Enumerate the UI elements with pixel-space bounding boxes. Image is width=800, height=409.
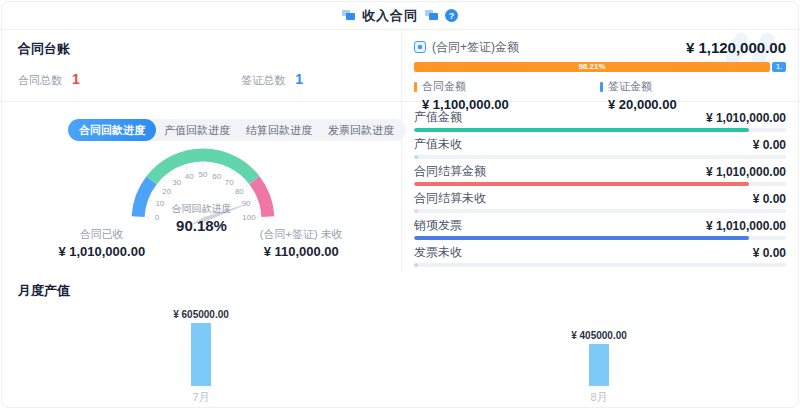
metric-value: ¥ 1,010,000.00 <box>706 165 786 179</box>
metric-value: ¥ 0.00 <box>753 138 786 152</box>
page-title: 收入合同 <box>362 7 418 25</box>
metric-value: ¥ 0.00 <box>753 246 786 260</box>
metric-value: ¥ 0.00 <box>753 192 786 206</box>
visa-total-stat: 签证总数 1 <box>241 71 303 88</box>
bar-group: ¥ 405000.008月 <box>539 330 659 408</box>
total-amount-panel: (合同+签证)金额 ¥ 1,120,000.00 98.21%1. 合同金额¥ … <box>402 30 798 102</box>
metric-bar-track <box>414 209 786 213</box>
overlap-squares-icon-front <box>346 13 355 20</box>
metric-bar-fill <box>414 236 749 240</box>
legend-value: ¥ 1,100,000.00 <box>422 97 600 112</box>
metric-bar-fill <box>414 182 749 186</box>
visa-total-label: 签证总数 <box>241 73 285 88</box>
received-label: 合同已收 <box>2 227 202 242</box>
metric-bar-track <box>414 263 786 267</box>
gauge-tick-label: 20 <box>162 187 171 196</box>
left-column: 合同台账 合同总数 1 签证总数 1 合同回款进度产值回款进度结算回款进度发票回… <box>2 30 402 272</box>
gauge-tick <box>219 166 220 169</box>
metric-label: 合同结算未收 <box>414 190 486 207</box>
monthly-output-panel: 月度产值 ¥ 605000.007月¥ 405000.008月 <box>2 272 798 408</box>
right-column: (合同+签证)金额 ¥ 1,120,000.00 98.21%1. 合同金额¥ … <box>402 30 798 272</box>
legend-swatch <box>600 82 603 92</box>
bar-data-label: ¥ 605000.00 <box>173 309 229 320</box>
ledger-title: 合同台账 <box>18 40 385 58</box>
legend-value: ¥ 20,000.00 <box>608 97 786 112</box>
amount-header: (合同+签证)金额 ¥ 1,120,000.00 <box>414 38 786 56</box>
metric-label: 合同结算金额 <box>414 163 486 180</box>
contract-ledger-panel: 合同台账 合同总数 1 签证总数 1 <box>2 30 401 102</box>
unreceived-value: ¥ 110,000.00 <box>202 244 402 259</box>
contract-total-value: 1 <box>72 71 80 87</box>
gauge-tick-label: 80 <box>235 187 244 196</box>
gauge-tick <box>186 166 187 169</box>
monthly-title: 月度产值 <box>18 282 782 300</box>
monthly-bar-chart: ¥ 605000.007月¥ 405000.008月 <box>2 302 798 408</box>
bar-category-label: 7月 <box>192 386 209 408</box>
amount-stacked-bar: 98.21%1. <box>414 62 786 72</box>
amount-bar-segment-1: 98.21% <box>414 62 770 72</box>
metric-row: 产值金额¥ 1,010,000.00 <box>414 109 786 132</box>
contract-total-label: 合同总数 <box>18 73 62 88</box>
metric-bar-track <box>414 155 786 159</box>
metric-row: 产值未收¥ 0.00 <box>414 136 786 159</box>
metric-row: 发票未收¥ 0.00 <box>414 244 786 267</box>
help-icon[interactable]: ? <box>445 9 458 22</box>
metric-bar-fill <box>414 263 418 267</box>
gauge-tick <box>170 173 172 175</box>
bar-data-label: ¥ 405000.00 <box>571 330 627 341</box>
overlap-squares-icon <box>342 10 355 21</box>
metric-label: 销项发票 <box>414 217 462 234</box>
amount-legend: 合同金额¥ 1,100,000.00签证金额¥ 20,000.00 <box>414 79 786 112</box>
received-value: ¥ 1,010,000.00 <box>2 244 202 259</box>
legend-item: 合同金额¥ 1,100,000.00 <box>414 79 600 112</box>
gauge-tick-label: 70 <box>225 178 234 187</box>
gauge-title: 合同回款进度 <box>2 202 401 216</box>
main-area: 合同台账 合同总数 1 签证总数 1 合同回款进度产值回款进度结算回款进度发票回… <box>2 30 798 272</box>
metric-label: 产值未收 <box>414 136 462 153</box>
gauge-tick <box>246 185 248 187</box>
visa-total-value: 1 <box>295 71 303 87</box>
metric-label: 发票未收 <box>414 244 462 261</box>
metric-bar-track <box>414 236 786 240</box>
bar-group: ¥ 605000.007月 <box>141 309 261 408</box>
metric-value: ¥ 1,010,000.00 <box>706 219 786 233</box>
gauge-tick-label: 50 <box>199 170 208 179</box>
bar <box>589 344 609 386</box>
overlap-squares-icon <box>425 10 438 21</box>
gauge-tick-label: 60 <box>212 172 221 181</box>
legend-item: 签证金额¥ 20,000.00 <box>600 79 786 112</box>
gauge-tick-label: 30 <box>172 178 181 187</box>
metric-bar-fill <box>414 128 749 132</box>
overlap-squares-icon-front <box>429 13 438 20</box>
metric-bar-track <box>414 182 786 186</box>
income-contract-dashboard: 收入合同 ? 合同台账 合同总数 1 签证总数 1 <box>1 1 799 408</box>
amount-bar-segment-2: 1. <box>772 62 786 72</box>
bar-category-label: 8月 <box>590 386 607 408</box>
metric-value: ¥ 1,010,000.00 <box>706 111 786 125</box>
metric-row: 合同结算未收¥ 0.00 <box>414 190 786 213</box>
contract-total-stat: 合同总数 1 <box>18 71 80 88</box>
unreceived-stat: (合同+签证) 未收 ¥ 110,000.00 <box>202 227 402 259</box>
bar <box>191 323 211 386</box>
legend-label: 合同金额 <box>422 79 466 94</box>
page-header: 收入合同 ? <box>2 2 798 30</box>
contract-document-icon <box>414 41 426 53</box>
gauge-footer-stats: 合同已收 ¥ 1,010,000.00 (合同+签证) 未收 ¥ 110,000… <box>2 227 401 259</box>
metric-bar-track <box>414 128 786 132</box>
metric-bar-fill <box>414 155 418 159</box>
ledger-stats: 合同总数 1 签证总数 1 <box>18 71 385 88</box>
gauge-tick <box>158 185 160 187</box>
metric-row: 合同结算金额¥ 1,010,000.00 <box>414 163 786 186</box>
legend-label: 签证金额 <box>608 79 652 94</box>
gauge-tick-label: 40 <box>185 172 194 181</box>
gauge-tick <box>234 173 236 175</box>
unreceived-label: (合同+签证) 未收 <box>202 227 402 242</box>
amount-total-value: ¥ 1,120,000.00 <box>686 39 786 56</box>
amount-title: (合同+签证)金额 <box>432 39 519 56</box>
received-stat: 合同已收 ¥ 1,010,000.00 <box>2 227 202 259</box>
legend-swatch <box>414 82 417 92</box>
metric-bar-fill <box>414 209 418 213</box>
collection-progress-panel: 合同回款进度产值回款进度结算回款进度发票回款进度 010203040506070… <box>2 102 401 271</box>
metric-rows: 产值金额¥ 1,010,000.00产值未收¥ 0.00合同结算金额¥ 1,01… <box>402 102 798 267</box>
metric-row: 销项发票¥ 1,010,000.00 <box>414 217 786 240</box>
